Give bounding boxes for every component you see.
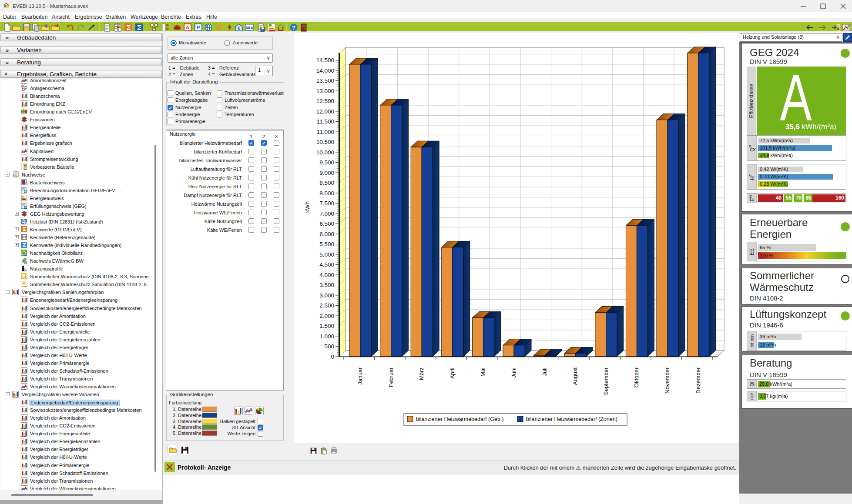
svg-text:2.000: 2.000	[319, 313, 334, 319]
svg-text:April: April	[449, 367, 456, 379]
svg-text:bilanzierter Heizwärmebedarf (: bilanzierter Heizwärmebedarf (Zonen)	[526, 416, 617, 422]
svg-text:5.000: 5.000	[319, 251, 334, 258]
svg-text:€: €	[238, 26, 240, 31]
svg-text:6.500: 6.500	[319, 220, 334, 227]
svg-text:November: November	[664, 367, 671, 394]
svg-text:8.000: 8.000	[319, 190, 334, 197]
svg-text:4.500: 4.500	[319, 261, 334, 268]
svg-text:12.500: 12.500	[316, 98, 334, 104]
svg-text:0: 0	[331, 354, 334, 360]
svg-text:10.000: 10.000	[316, 149, 334, 156]
svg-text:Mai: Mai	[480, 367, 486, 377]
svg-text:8.500: 8.500	[319, 180, 334, 186]
svg-text:2.500: 2.500	[319, 302, 334, 309]
svg-text:P: P	[197, 25, 200, 30]
svg-text:9.500: 9.500	[319, 159, 334, 166]
svg-text:7.500: 7.500	[319, 200, 334, 207]
svg-text:9.000: 9.000	[319, 170, 334, 176]
svg-text:12.000: 12.000	[316, 108, 334, 115]
svg-text:Juli: Juli	[541, 367, 548, 376]
svg-text:März: März	[418, 367, 425, 380]
svg-text:?: ?	[292, 24, 295, 31]
svg-text:10.500: 10.500	[316, 139, 334, 145]
svg-text:Januar: Januar	[357, 367, 363, 384]
svg-text:14.000: 14.000	[316, 67, 334, 74]
svg-text:14.500: 14.500	[316, 57, 334, 63]
svg-text:13.000: 13.000	[316, 88, 334, 94]
svg-text:Juni: Juni	[510, 367, 517, 378]
svg-text:7.000: 7.000	[319, 210, 334, 217]
svg-text:11.000: 11.000	[317, 129, 334, 135]
svg-text:3.000: 3.000	[319, 292, 334, 299]
svg-text:1.000: 1.000	[319, 333, 334, 340]
svg-text:13.500: 13.500	[316, 77, 334, 84]
svg-text:September: September	[603, 367, 609, 395]
svg-text:SBS: SBS	[246, 26, 253, 30]
svg-text:6.000: 6.000	[319, 231, 334, 237]
svg-text:Oktober: Oktober	[633, 367, 640, 387]
svg-text:bilanzierter Heizwärmebedarf (: bilanzierter Heizwärmebedarf (Geb.)	[416, 416, 503, 422]
svg-text:kWh: kWh	[304, 201, 311, 213]
svg-text:Februar: Februar	[388, 367, 394, 387]
svg-text:Dezember: Dezember	[695, 367, 701, 394]
svg-text:3.500: 3.500	[319, 282, 334, 288]
svg-text:1.500: 1.500	[319, 323, 334, 329]
svg-text:5.500: 5.500	[319, 241, 334, 247]
svg-text:4.000: 4.000	[319, 272, 334, 278]
svg-text:August: August	[572, 367, 578, 385]
svg-text:500: 500	[324, 343, 334, 350]
svg-text:A: A	[186, 25, 189, 30]
svg-text:11.500: 11.500	[317, 118, 334, 125]
